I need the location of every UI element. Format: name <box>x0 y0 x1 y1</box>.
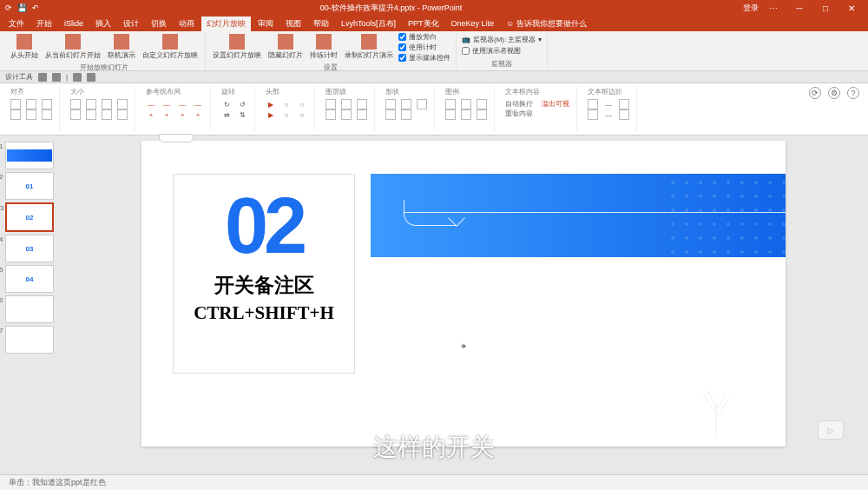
tab-slideshow[interactable]: 幻灯片放映 <box>201 17 251 31</box>
tab-help[interactable]: 帮助 <box>308 17 334 31</box>
minimize-icon[interactable]: ─ <box>788 1 811 15</box>
settings-icon[interactable]: ⚙ <box>828 87 840 99</box>
thumb-4[interactable]: 403 <box>5 235 54 262</box>
tab-home[interactable]: 开始 <box>31 17 57 31</box>
slide[interactable]: 02 开关备注区 CTRL+SHIFT+H ⌖ <box>141 141 786 447</box>
resize-btn[interactable]: 重妆内容 <box>505 109 533 118</box>
layer-btn[interactable] <box>326 109 336 120</box>
align-btn[interactable] <box>42 99 52 109</box>
size-btn[interactable] <box>86 99 96 109</box>
slide-left-box[interactable]: 02 开关备注区 CTRL+SHIFT+H <box>173 174 355 374</box>
flip-btn[interactable]: ⇅ <box>237 109 247 120</box>
head-btn[interactable]: ○ <box>297 109 307 120</box>
guide-btn[interactable]: — <box>193 99 203 109</box>
head-btn[interactable]: ○ <box>281 109 292 120</box>
margin-btn[interactable] <box>619 99 629 109</box>
from-beginning-button[interactable]: 从头开始 <box>9 32 40 62</box>
presenter-view-check[interactable]: 使用演示者视图 <box>462 46 542 56</box>
save-icon[interactable]: 💾 <box>17 3 27 12</box>
align-btn[interactable] <box>42 109 52 120</box>
shape-btn[interactable] <box>385 109 396 120</box>
guide-btn[interactable]: + <box>146 109 156 120</box>
align-btn[interactable] <box>26 109 36 120</box>
show-media-check[interactable]: 显示媒体控件 <box>398 53 450 63</box>
legend-btn[interactable] <box>477 99 487 109</box>
flip-btn[interactable]: ⇄ <box>221 109 232 120</box>
layer-btn[interactable] <box>357 99 367 109</box>
qat-icon-3[interactable] <box>73 73 82 82</box>
close-icon[interactable]: ✕ <box>840 1 863 15</box>
overflow-btn[interactable]: 溢出可视 <box>542 99 569 109</box>
rehearse-button[interactable]: 排练计时 <box>308 32 339 62</box>
tab-pptbeautify[interactable]: PPT美化 <box>403 17 444 31</box>
size-btn[interactable] <box>117 99 128 109</box>
shape-btn[interactable] <box>385 99 396 109</box>
setup-show-button[interactable]: 设置幻灯片放映 <box>211 32 263 62</box>
guide-btn[interactable]: + <box>161 109 172 120</box>
guide-btn[interactable]: + <box>193 109 203 120</box>
tab-onekey[interactable]: OneKey Lite <box>446 17 500 30</box>
tab-design[interactable]: 设计 <box>118 17 144 31</box>
guide-btn[interactable]: — <box>161 99 172 109</box>
tab-transitions[interactable]: 切换 <box>146 17 172 31</box>
align-btn[interactable] <box>26 99 36 109</box>
head-btn[interactable]: ▶ <box>266 99 276 109</box>
notes-bar[interactable]: 单击：我知道这页ppt是红色 <box>0 474 868 490</box>
head-btn[interactable]: ▶ <box>266 109 276 120</box>
tab-view[interactable]: 视图 <box>280 17 306 31</box>
thumb-5[interactable]: 504 <box>5 265 54 293</box>
rotate-btn[interactable]: ↺ <box>237 99 247 109</box>
signin-label[interactable]: 登录 <box>743 3 759 14</box>
use-timings-check[interactable]: 使用计时 <box>398 43 450 52</box>
align-btn[interactable] <box>10 109 21 120</box>
tab-islide[interactable]: iSlide <box>59 17 89 30</box>
help-icon[interactable]: ? <box>847 87 859 99</box>
window-options-icon[interactable]: ⋯ <box>762 1 785 15</box>
undo-icon[interactable]: ↶ <box>32 3 39 12</box>
tab-tellme[interactable]: ☺ 告诉我你想要做什么 <box>501 17 592 31</box>
thumb-6[interactable]: 6 <box>5 295 54 323</box>
shape-btn[interactable] <box>417 99 427 109</box>
head-btn[interactable]: ○ <box>297 99 307 109</box>
refresh-icon[interactable]: ⟳ <box>809 87 821 99</box>
margin-btn[interactable] <box>588 99 598 109</box>
monitor-select[interactable]: 📺 监视器(M): 主监视器 ▾ <box>462 35 542 44</box>
autowrap-btn[interactable]: 自动换行 <box>505 99 533 109</box>
thumb-1[interactable]: 1 <box>5 142 54 169</box>
custom-show-button[interactable]: 自定义幻灯片放映 <box>141 32 200 62</box>
thumb-2[interactable]: 201 <box>5 172 54 200</box>
guide-btn[interactable]: + <box>177 109 187 120</box>
slide-canvas[interactable]: 02 开关备注区 CTRL+SHIFT+H ⌖ <box>59 136 868 474</box>
shape-btn[interactable] <box>401 99 411 109</box>
autosave-icon[interactable]: ⟳ <box>5 3 12 12</box>
size-btn[interactable] <box>70 99 81 109</box>
shape-btn[interactable] <box>401 109 411 120</box>
size-btn[interactable] <box>117 109 128 120</box>
guide-btn[interactable]: — <box>177 99 187 109</box>
qat-icon-1[interactable] <box>38 73 47 82</box>
rotate-btn[interactable]: ↻ <box>221 99 232 109</box>
play-narration-check[interactable]: 播放旁白 <box>398 32 450 42</box>
maximize-icon[interactable]: □ <box>814 1 837 15</box>
tab-lvyh[interactable]: LvyhTools[吕布] <box>336 17 401 31</box>
margin-btn[interactable] <box>619 109 629 120</box>
size-btn[interactable] <box>102 99 112 109</box>
record-button[interactable]: 录制幻灯片演示 <box>343 32 395 62</box>
tab-animations[interactable]: 动画 <box>174 17 200 31</box>
from-current-button[interactable]: 从当前幻灯片开始 <box>43 32 102 62</box>
legend-btn[interactable] <box>461 99 471 109</box>
head-btn[interactable]: ○ <box>281 99 292 109</box>
legend-btn[interactable] <box>445 109 456 120</box>
thumb-3[interactable]: 302 <box>5 202 54 232</box>
legend-btn[interactable] <box>461 109 471 120</box>
present-online-button[interactable]: 联机演示 <box>106 32 137 62</box>
qat-icon-2[interactable] <box>52 73 61 82</box>
size-btn[interactable] <box>86 109 96 120</box>
margin-btn[interactable] <box>588 109 598 120</box>
legend-btn[interactable] <box>445 99 456 109</box>
align-btn[interactable] <box>10 99 21 109</box>
qat-icon-4[interactable] <box>87 73 95 82</box>
layer-btn[interactable] <box>357 109 367 120</box>
hide-slide-button[interactable]: 隐藏幻灯片 <box>266 32 305 62</box>
tab-insert[interactable]: 插入 <box>90 17 116 31</box>
